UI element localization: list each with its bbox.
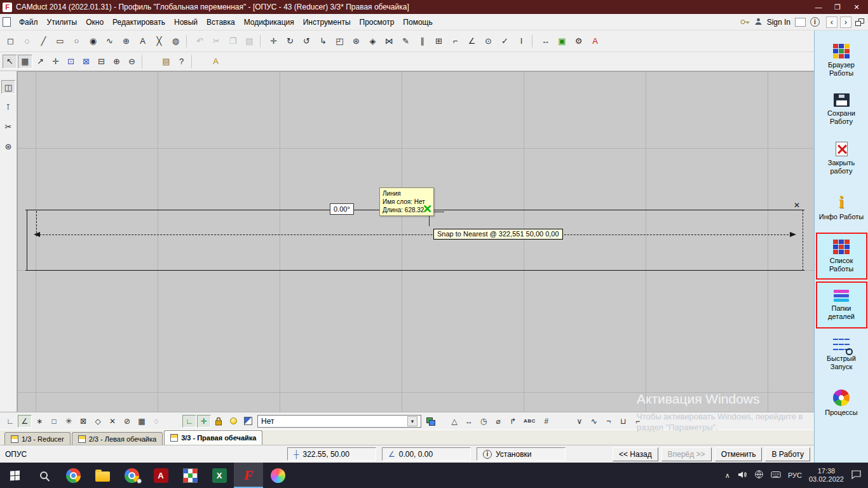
snap-to-point-icon[interactable]: ⊙ (480, 34, 496, 49)
scale-icon[interactable]: ◰ (332, 34, 348, 49)
offset-icon[interactable]: ↳ (315, 34, 331, 49)
pattern-icon[interactable]: ◈ (365, 34, 381, 49)
intersection-snap-icon[interactable]: ✳ (62, 415, 76, 428)
keyboard-icon[interactable] (771, 471, 781, 480)
layer-lock-icon[interactable] (212, 415, 226, 428)
flatten-icon[interactable]: ▣ (554, 34, 570, 49)
quick-access-field[interactable] (795, 18, 806, 27)
zoom-in-icon[interactable]: ⊕ (109, 55, 124, 69)
divide-icon[interactable]: ∥ (414, 34, 430, 49)
layer-color-icon[interactable] (241, 415, 255, 428)
pin-icon[interactable]: ⊺ (1, 100, 15, 114)
vertex-icon[interactable]: ∨ (573, 415, 587, 428)
tab-left-shell[interactable]: 2/3 - Левая обечайка (72, 432, 163, 445)
center-view-icon[interactable]: ✛ (48, 55, 63, 69)
viewport-icon[interactable]: ◫ (1, 80, 15, 94)
settings-indicator[interactable]: i Установки (477, 447, 566, 461)
taskbar-acrobat-button[interactable]: A (146, 463, 175, 488)
dimension-line[interactable] (36, 234, 795, 235)
boxed-cross-snap-icon[interactable]: ⊠ (76, 415, 90, 428)
diameter-icon[interactable]: ⌀ (491, 415, 505, 428)
sidebar-item-close-job[interactable]: Закрыть работу (816, 135, 867, 182)
tab-reducer[interactable]: 1/3 - Reducer (4, 432, 71, 445)
rotate-ccw-icon[interactable]: ↺ (299, 34, 315, 49)
abc-check-icon[interactable]: ABC (520, 415, 539, 428)
sidebar-item-processes[interactable]: Процессы (816, 379, 867, 426)
grid-snap-icon[interactable]: ▦ (135, 415, 149, 428)
profile-right-edge[interactable] (803, 210, 803, 271)
grid-toggle-icon[interactable]: ▦ (18, 55, 32, 69)
sidebar-item-save-job[interactable]: Сохрани Работу (816, 86, 867, 133)
sidebar-item-job-info[interactable]: i Инфо Работы (816, 184, 867, 231)
zoom-out-icon[interactable]: ⊖ (125, 55, 139, 69)
layer-dropdown[interactable]: Нет ▾ (257, 415, 421, 428)
properties-icon[interactable]: ▤ (159, 55, 173, 69)
menu-tools[interactable]: Инструменты (299, 15, 355, 29)
taskbar-chrome-button[interactable] (58, 463, 88, 488)
taskbar-chrome-profile-button[interactable] (117, 463, 146, 488)
menu-help[interactable]: Помощь (398, 15, 437, 29)
volume-icon[interactable] (737, 470, 747, 482)
stretch-icon[interactable]: ↔ (538, 34, 553, 49)
circle-icon[interactable]: ○ (69, 34, 85, 49)
rectangle-icon[interactable]: ▭ (52, 34, 68, 49)
menu-window[interactable]: Окно (81, 15, 108, 29)
drawing-canvas[interactable]: ✕ 0.00° Линия Имя слоя: Нет Длина: 628.3… (17, 71, 814, 412)
taskbar-search-button[interactable] (29, 463, 58, 488)
minimize-button[interactable]: — (810, 1, 827, 13)
node-icon[interactable]: ⊛ (1, 139, 15, 153)
zoom-extents-icon[interactable]: ⊡ (64, 55, 78, 69)
hatch-icon[interactable]: ◍ (168, 34, 184, 49)
language-indicator[interactable]: РУС (788, 471, 802, 479)
check-icon[interactable]: ✓ (497, 34, 513, 49)
edit-points-icon[interactable]: ✎ (398, 34, 414, 49)
network-icon[interactable] (754, 470, 764, 481)
sidebar-item-part-folders[interactable]: Папки деталей (816, 281, 867, 329)
paste-icon[interactable]: ▤ (241, 34, 257, 49)
line-icon[interactable]: ╱ (36, 34, 51, 49)
fillet-icon[interactable]: ⌐ (447, 34, 463, 49)
measure-distance-icon[interactable]: ↔ (462, 415, 476, 428)
pointer-icon[interactable]: ↖ (3, 55, 17, 69)
hatch-region-icon[interactable]: # (539, 415, 553, 428)
to-work-button[interactable]: В Работу (765, 447, 810, 461)
eye-icon[interactable]: ◉ (85, 34, 101, 49)
close-button[interactable]: ✕ (848, 1, 865, 13)
region-icon[interactable]: ◌ (149, 415, 163, 428)
snip-icon[interactable]: ✂ (1, 119, 15, 133)
nav-back-icon[interactable]: ‹ (826, 17, 837, 28)
sidebar-item-job-list[interactable]: Список Работы (816, 233, 867, 280)
sidebar-item-quick-launch[interactable]: Быстрый Запуск (816, 330, 867, 377)
profile-left-edge[interactable] (27, 210, 27, 271)
layers-manager-icon[interactable] (424, 415, 438, 428)
rotate-cw-icon[interactable]: ↻ (282, 34, 298, 49)
jump-icon[interactable]: ↗ (33, 55, 48, 69)
cut-icon[interactable]: ✂ (208, 34, 224, 49)
zoom-previous-icon[interactable]: ⊟ (94, 55, 109, 69)
tray-expand-icon[interactable]: ∧ (725, 471, 730, 480)
zoom-window-icon[interactable]: ⊠ (79, 55, 93, 69)
start-button[interactable] (0, 463, 29, 488)
annotate-icon[interactable]: A (208, 55, 223, 69)
taskbar-camduct-button[interactable]: F (234, 463, 263, 488)
back-button[interactable]: << Назад (613, 447, 658, 461)
grid-mode-icon[interactable]: ✛ (197, 415, 211, 428)
chamfer-icon[interactable]: ∠ (464, 34, 480, 49)
menu-view[interactable]: Просмотр (355, 15, 399, 29)
center-point-icon[interactable]: ⊕ (118, 34, 134, 49)
midpoint-snap-icon[interactable]: ∗ (32, 415, 46, 428)
endpoint-snap-icon[interactable]: □ (47, 415, 61, 428)
settings-wrench-icon[interactable]: ⚙ (571, 34, 587, 49)
mirror-icon[interactable]: ⋈ (381, 34, 397, 49)
move-icon[interactable]: ✛ (266, 34, 281, 49)
font-check-icon[interactable]: A (587, 34, 603, 49)
profile-bottom-line[interactable] (25, 270, 804, 271)
action-center-icon[interactable] (851, 470, 862, 482)
sidebar-item-job-browser[interactable]: Браузер Работы (816, 37, 867, 84)
corner-icon[interactable]: ⌐ (631, 415, 645, 428)
spline-icon[interactable]: ∿ (102, 34, 118, 49)
document-icon[interactable] (3, 17, 11, 27)
info-icon[interactable]: i (810, 17, 820, 27)
menu-new[interactable]: Новый (170, 15, 202, 29)
incline-snap-icon[interactable]: ∠ (18, 415, 32, 428)
